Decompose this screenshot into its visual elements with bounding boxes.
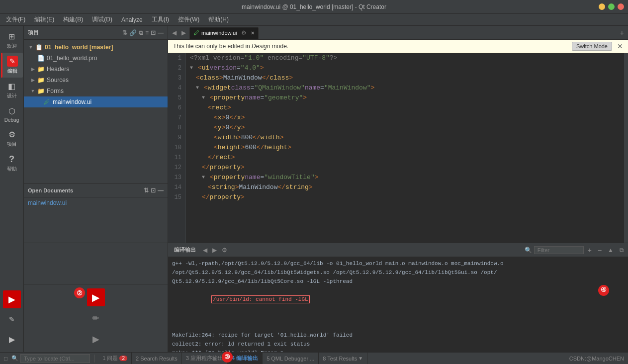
run-button[interactable]: ▶ xyxy=(3,290,21,308)
annotation-3: ③ xyxy=(222,352,233,363)
output-panel-title: 编译输出 xyxy=(170,246,200,254)
output-area[interactable]: g++ -Wl,-rpath,/opt/Qt5.12.9/5.12.9/gcc_… xyxy=(168,257,628,352)
bottom-panel: ▶ ② ✏ ▶ 编译输出 ◀ ▶ ⚙ 🔍 xyxy=(24,243,628,352)
main-layout: ⊞ 欢迎 ✎ 编辑 ◧ 设计 ⬡ Debug ⚙ 项目 ? 帮助 ▶ xyxy=(0,26,628,352)
status-bar: □ 🔍 1 问题 2 2 Search Results 3 应用程序输出 ③ 4… xyxy=(0,352,628,364)
output-settings[interactable]: ⚙ xyxy=(220,246,229,255)
open-doc-label: mainwindow.ui xyxy=(28,199,67,206)
layout-icon[interactable]: ≡ xyxy=(145,29,149,36)
editor-scrollbar[interactable] xyxy=(624,53,628,243)
remove-tab-btn[interactable]: − xyxy=(596,246,604,254)
tree-project-root[interactable]: ▼ 📋 01_hello_world [master] xyxy=(24,42,168,53)
sidebar-item-debug[interactable]: ⬡ Debug xyxy=(1,102,23,126)
tab-close-btn[interactable]: ✕ xyxy=(251,30,255,36)
output-next[interactable]: ▶ xyxy=(210,246,219,255)
open-doc-item-main[interactable]: mainwindow.ui xyxy=(24,197,168,208)
status-brand: CSDN:@MangoCHEN xyxy=(569,356,624,362)
code-line-10: <height>600</height> xyxy=(190,143,620,153)
editor-tab-mainwindow[interactable]: 🖊 mainwindow.ui ⚙ ✕ xyxy=(189,27,259,39)
tree-pro-file[interactable]: 📄 01_hello_world.pro xyxy=(24,53,168,64)
tree-forms[interactable]: ▼ 📁 Forms xyxy=(24,86,168,96)
line-num-9: 9 xyxy=(172,133,181,143)
tab-add-btn[interactable]: + xyxy=(618,29,626,37)
pencil-button-bottom[interactable]: ✏ xyxy=(87,309,105,327)
minimize-button[interactable] xyxy=(599,3,605,10)
forms-arrow: ▼ xyxy=(30,88,36,94)
window-controls xyxy=(599,3,624,10)
link-icon[interactable]: 🔗 xyxy=(129,29,137,36)
line-num-6: 6 xyxy=(172,103,181,113)
tree-headers[interactable]: ▶ 📁 Headers xyxy=(24,64,168,75)
status-tab-problems[interactable]: 1 问题 2 xyxy=(98,353,132,364)
sidebar-item-edit[interactable]: ✎ 编辑 xyxy=(1,53,23,78)
pro-file-label: 01_hello_world.pro xyxy=(47,55,97,62)
menu-help[interactable]: 帮助(H) xyxy=(204,14,233,25)
edit-icon: ✎ xyxy=(7,56,18,67)
maximize-button[interactable] xyxy=(608,3,615,10)
open-docs-sync[interactable]: ⇅ xyxy=(144,187,149,194)
minimize-panel-icon[interactable]: — xyxy=(158,29,164,36)
tab-settings[interactable]: ⚙ xyxy=(239,28,249,37)
filter-input[interactable] xyxy=(534,246,584,254)
sidebar-item-welcome[interactable]: ⊞ 欢迎 xyxy=(1,28,23,53)
status-tabs: 1 问题 2 2 Search Results 3 应用程序输出 ③ 4 编译输… xyxy=(98,353,567,364)
run-button-bottom[interactable]: ▶ xyxy=(87,288,105,306)
sync-icon[interactable]: ⇅ xyxy=(122,29,127,36)
collapse-output-btn[interactable]: ▲ xyxy=(606,247,616,254)
tab-next[interactable]: ▶ xyxy=(179,28,188,37)
project-panel-header: 项目 ⇅ 🔗 ⧉ ≡ ⊡ — xyxy=(24,26,168,40)
sidebar-item-project[interactable]: ⚙ 项目 xyxy=(1,126,23,151)
collapse-icon[interactable]: ⧉ xyxy=(139,29,143,36)
close-button[interactable] xyxy=(618,3,624,10)
status-tab-search[interactable]: 2 Search Results xyxy=(132,353,182,364)
forms-folder-icon: 📁 xyxy=(37,87,45,95)
output-prev[interactable]: ◀ xyxy=(201,246,209,255)
add-tab-btn[interactable]: + xyxy=(586,246,594,254)
panel-header-icons: ⇅ 🔗 ⧉ ≡ ⊡ — xyxy=(122,29,164,36)
menu-tools[interactable]: 工具(I) xyxy=(148,14,173,25)
project-label: 项目 xyxy=(7,141,17,148)
settings-icon[interactable]: ⊡ xyxy=(151,29,156,36)
project-root-label: 01_hello_world [master] xyxy=(45,44,113,51)
menu-build[interactable]: 构建(B) xyxy=(59,14,87,25)
editor-area: ◀ ▶ 🖊 mainwindow.ui ⚙ ✕ + This file can … xyxy=(168,26,628,243)
stop-button[interactable]: ▶ xyxy=(3,330,21,348)
code-content[interactable]: <?xml version="1.0" encoding="UTF-8"?> ▼… xyxy=(186,53,624,243)
tab-prev[interactable]: ◀ xyxy=(170,28,179,37)
open-docs-layout[interactable]: ⊡ xyxy=(151,187,156,194)
top-content: 项目 ⇅ 🔗 ⧉ ≡ ⊡ — ▼ 📋 xyxy=(24,26,628,243)
tree-mainwindow-ui[interactable]: 🖊 mainwindow.ui xyxy=(24,96,168,107)
status-tab-test[interactable]: 8 Test Results ▼ xyxy=(319,353,367,364)
editor-tabs: ◀ ▶ 🖊 mainwindow.ui ⚙ ✕ + xyxy=(168,26,628,40)
switch-mode-button[interactable]: Switch Mode xyxy=(572,42,612,51)
menu-edit[interactable]: 编辑(E) xyxy=(30,14,58,25)
status-icon: □ xyxy=(4,355,7,362)
menu-file[interactable]: 文件(F) xyxy=(2,14,29,25)
headers-label: Headers xyxy=(47,66,69,73)
open-docs-panel: Open Documents ⇅ ⊡ — mainwindow.ui xyxy=(24,183,168,243)
locate-input[interactable] xyxy=(20,354,90,363)
design-warning-close[interactable]: ✕ xyxy=(617,42,623,50)
code-line-14: <string>MainWindow</string> xyxy=(190,182,620,192)
open-docs-minimize[interactable]: — xyxy=(158,187,164,194)
welcome-label: 欢迎 xyxy=(7,43,17,50)
sidebar-item-design[interactable]: ◧ 设计 xyxy=(1,78,23,102)
status-tab-compile-output[interactable]: ③ 4 编译输出 xyxy=(228,353,263,364)
status-tab-qml[interactable]: 5 QML Debugger ... xyxy=(263,353,319,364)
open-docs-icons: ⇅ ⊡ — xyxy=(144,187,164,194)
stop-button-bottom[interactable]: ▶ xyxy=(87,330,105,348)
sidebar-item-help[interactable]: ? 帮助 xyxy=(1,151,23,176)
filter-icon[interactable]: 🔍 xyxy=(525,247,532,254)
project-icon: ⚙ xyxy=(6,129,17,140)
menu-debug[interactable]: 调试(D) xyxy=(88,14,116,25)
menu-analyze[interactable]: Analyze xyxy=(117,15,147,24)
code-editor[interactable]: 1 2 3 4 5 6 7 8 9 10 11 12 13 14 xyxy=(168,53,628,243)
line-num-8: 8 xyxy=(172,123,181,133)
output-line-1: g++ -Wl,-rpath,/opt/Qt5.12.9/5.12.9/gcc_… xyxy=(172,259,624,268)
menu-controls[interactable]: 控件(W) xyxy=(174,14,203,25)
status-tab-app-output[interactable]: 3 应用程序输出 xyxy=(182,353,228,364)
pencil-button[interactable]: ✎ xyxy=(3,310,21,328)
float-output-btn[interactable]: ⧉ xyxy=(618,247,626,254)
content-area: 项目 ⇅ 🔗 ⧉ ≡ ⊡ — ▼ 📋 xyxy=(24,26,628,352)
tree-sources[interactable]: ▶ 📁 Sources xyxy=(24,75,168,86)
